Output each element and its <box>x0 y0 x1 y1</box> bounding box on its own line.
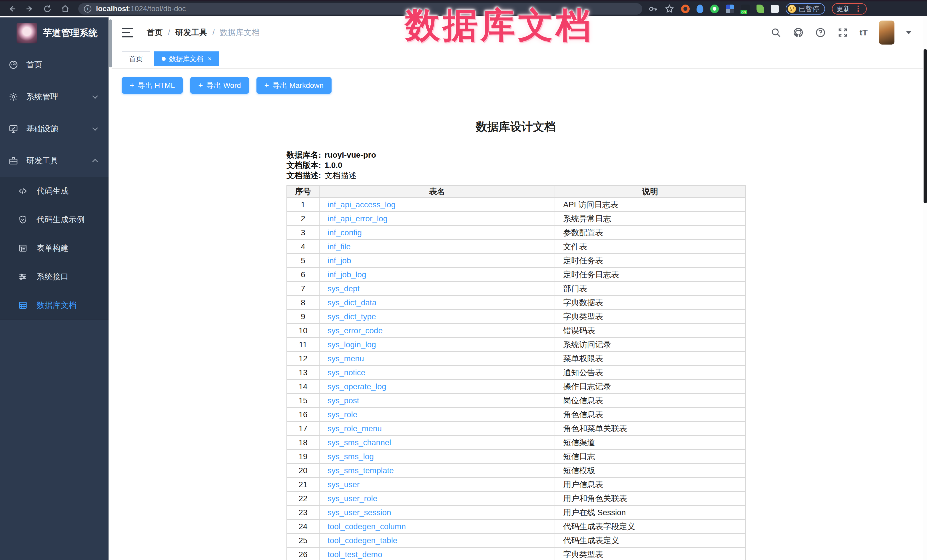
browser-update-button[interactable]: 更新 ⋮ <box>832 3 867 15</box>
table-name-link[interactable]: inf_job_log <box>328 270 366 279</box>
table-name-link[interactable]: tool_test_demo <box>328 550 382 559</box>
export-markdown-button[interactable]: + 导出 Markdown <box>257 77 332 94</box>
browser-reload-button[interactable] <box>42 3 53 15</box>
row-number-cell: 22 <box>287 492 319 505</box>
sidebar-collapse-button[interactable] <box>122 28 133 37</box>
browser-forward-button[interactable] <box>24 3 35 15</box>
browser-back-button[interactable] <box>6 3 18 15</box>
sidebar-item-infrastructure[interactable]: 基础设施 <box>0 113 108 145</box>
sidebar-item-db-doc[interactable]: 数据库文档 <box>0 291 108 320</box>
row-number-cell: 24 <box>287 519 319 533</box>
row-number-cell: 21 <box>287 478 319 492</box>
sidebar-item-system-api[interactable]: 系统接口 <box>0 263 108 291</box>
tag-home[interactable]: 首页 <box>122 52 150 66</box>
row-number-cell: 26 <box>287 548 319 560</box>
tag-close-icon[interactable]: × <box>208 56 211 62</box>
table-name-link[interactable]: inf_api_error_log <box>328 214 388 223</box>
table-name-link[interactable]: sys_sms_template <box>328 466 394 475</box>
app-logo-row[interactable]: 芋道管理系统 <box>0 17 108 49</box>
table-name-link[interactable]: sys_role_menu <box>328 424 382 433</box>
table-name-link[interactable]: tool_codegen_table <box>328 536 397 545</box>
table-name-link[interactable]: inf_job <box>328 256 351 265</box>
table-name-link[interactable]: inf_file <box>328 242 351 251</box>
sidebar-item-form-builder[interactable]: 表单构建 <box>0 234 108 263</box>
key-icon[interactable] <box>648 4 658 14</box>
table-desc-cell: 短信渠道 <box>555 436 745 449</box>
page-scrollbar[interactable] <box>923 16 927 560</box>
extension-icon[interactable] <box>696 5 704 13</box>
table-desc-cell: 字典类型表 <box>555 310 745 323</box>
table-row: 5inf_job定时任务表 <box>287 253 745 267</box>
breadcrumb-home[interactable]: 首页 <box>147 27 163 38</box>
font-size-icon[interactable]: tT <box>860 28 868 37</box>
sidebar-item-code-generation[interactable]: 代码生成 <box>0 177 108 205</box>
table-row: 25tool_codegen_table代码生成表定义 <box>287 533 745 548</box>
sidebar-item-codegen-example[interactable]: 代码生成示例 <box>0 205 108 234</box>
table-name-link[interactable]: sys_sms_log <box>328 452 374 461</box>
sidebar-scrollbar[interactable] <box>108 16 112 560</box>
table-name-link[interactable]: inf_config <box>328 228 362 237</box>
table-name-link[interactable]: sys_error_code <box>328 326 383 335</box>
table-desc-cell: 菜单权限表 <box>555 352 745 366</box>
tag-db-doc[interactable]: 数据库文档 × <box>154 52 219 66</box>
table-name-link[interactable]: sys_user <box>328 480 360 489</box>
extensions-puzzle-icon[interactable] <box>771 5 779 13</box>
extension-icon[interactable] <box>681 5 690 13</box>
table-name-link[interactable]: sys_role <box>328 410 357 419</box>
export-html-button[interactable]: + 导出 HTML <box>122 77 183 94</box>
user-menu-caret-icon[interactable] <box>906 31 912 34</box>
table-name-link[interactable]: sys_operate_log <box>328 382 386 391</box>
table-row: 18sys_sms_channel短信渠道 <box>287 436 745 449</box>
table-name-link[interactable]: sys_dict_type <box>328 312 376 321</box>
plus-icon: + <box>130 81 134 90</box>
breadcrumb-dev-tools[interactable]: 研发工具 <box>175 27 207 38</box>
table-row: 12sys_menu菜单权限表 <box>287 352 745 366</box>
user-avatar[interactable] <box>879 21 894 44</box>
page-scrollbar-thumb[interactable] <box>924 49 927 203</box>
sidebar-item-dev-tools[interactable]: 研发工具 <box>0 145 108 177</box>
table-name-link[interactable]: sys_dict_data <box>328 298 376 307</box>
table-name-link[interactable]: sys_user_role <box>328 494 377 503</box>
browser-menu-kebab-icon[interactable]: ⋮ <box>854 5 862 13</box>
extension-icon[interactable] <box>757 5 764 13</box>
sidebar-item-label: 研发工具 <box>26 155 58 166</box>
sidebar-item-system-management[interactable]: 系统管理 <box>0 81 108 113</box>
extension-icon[interactable] <box>741 5 750 13</box>
table-row: 11sys_login_log系统访问记录 <box>287 338 745 352</box>
annotation-overlay-text: 数据库文档 <box>405 2 593 49</box>
table-name-link[interactable]: sys_user_session <box>328 508 391 517</box>
table-desc-cell: API 访问日志表 <box>555 197 745 212</box>
extension-icon[interactable] <box>710 5 719 13</box>
table-name-link[interactable]: sys_notice <box>328 368 365 377</box>
table-name-link[interactable]: inf_api_access_log <box>328 200 395 209</box>
page-content: + 导出 HTML + 导出 Word + 导出 Markdown 数据库设计文… <box>112 68 923 560</box>
browser-home-button[interactable] <box>59 3 71 15</box>
sidebar-item-home[interactable]: 首页 <box>0 49 108 81</box>
table-name-link[interactable]: sys_menu <box>328 354 364 363</box>
table-desc-cell: 操作日志记录 <box>555 379 745 393</box>
table-name-cell: inf_job_log <box>319 267 555 282</box>
table-name-link[interactable]: sys_post <box>328 396 359 405</box>
table-name-link[interactable]: sys_sms_channel <box>328 438 391 447</box>
table-desc-cell: 字典类型表 <box>555 548 745 560</box>
extension-icon[interactable] <box>726 5 734 13</box>
table-name-link[interactable]: tool_codegen_column <box>328 522 406 531</box>
help-icon[interactable] <box>815 27 826 38</box>
export-word-button[interactable]: + 导出 Word <box>190 77 249 94</box>
bookmark-star-icon[interactable] <box>664 4 674 14</box>
gear-icon <box>9 92 18 102</box>
profile-paused-badge[interactable]: 已暂停 <box>786 3 825 15</box>
row-number-cell: 4 <box>287 240 319 253</box>
search-icon[interactable] <box>770 27 781 38</box>
sidebar-scrollbar-thumb[interactable] <box>109 20 112 67</box>
table-row: 21sys_user用户信息表 <box>287 478 745 492</box>
site-info-icon[interactable]: i <box>84 5 91 12</box>
row-number-cell: 14 <box>287 379 319 393</box>
table-row: 14sys_operate_log操作日志记录 <box>287 379 745 393</box>
table-name-link[interactable]: sys_login_log <box>328 340 376 349</box>
form-icon <box>18 244 27 253</box>
table-name-link[interactable]: sys_dept <box>328 284 360 293</box>
fullscreen-icon[interactable] <box>837 27 848 38</box>
reload-icon <box>43 5 52 13</box>
github-icon[interactable] <box>793 27 804 38</box>
